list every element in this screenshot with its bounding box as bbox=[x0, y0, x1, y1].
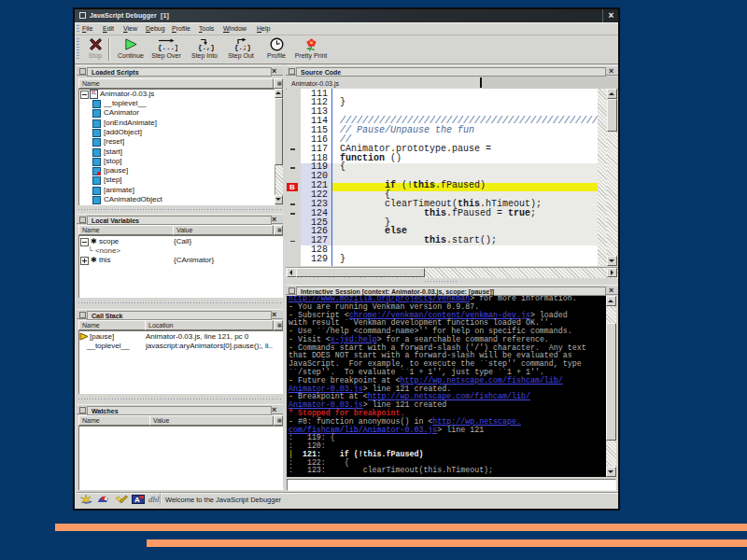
svg-text:{...}: {...} bbox=[158, 44, 177, 51]
svg-text:dbl: dbl bbox=[148, 495, 160, 504]
svg-text:A: A bbox=[134, 496, 140, 504]
svg-text:{.;}: {.;} bbox=[234, 44, 250, 51]
svg-text:{.,}: {.,} bbox=[198, 44, 214, 51]
